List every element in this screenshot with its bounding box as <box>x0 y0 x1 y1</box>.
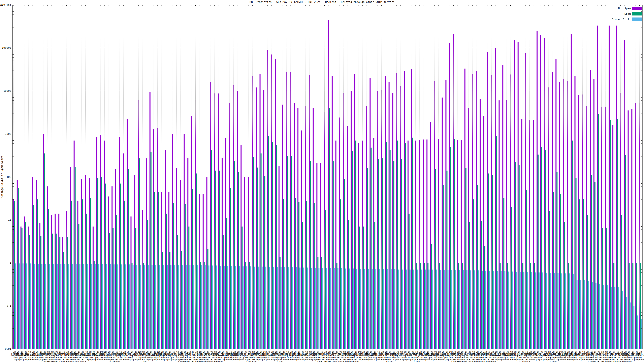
score-bar <box>451 270 452 349</box>
score-bar <box>607 285 608 349</box>
score-bar <box>140 265 141 349</box>
score-bar <box>493 271 494 349</box>
score-bar <box>155 265 156 349</box>
score-bar <box>167 265 168 349</box>
notspam-bar <box>343 93 344 349</box>
score-bar <box>383 269 384 349</box>
notspam-bar <box>631 109 632 349</box>
score-bar <box>508 272 509 349</box>
score-bar <box>550 273 551 349</box>
score-bar <box>315 268 316 349</box>
score-bar <box>470 270 471 349</box>
notspam-bar <box>108 196 109 349</box>
spam-bar <box>280 257 280 349</box>
spam-bar <box>154 192 155 349</box>
score-bar <box>250 267 251 349</box>
notspam-bar <box>590 70 591 349</box>
spam-bar <box>29 235 30 349</box>
score-bar <box>535 273 536 349</box>
spam-bar <box>363 227 364 349</box>
spam-bar <box>382 158 383 349</box>
score-bar <box>436 270 437 349</box>
score-bar <box>410 270 410 349</box>
score-bar <box>34 264 35 349</box>
notspam-bar <box>96 137 98 349</box>
spam-bar <box>587 215 588 349</box>
legend: Not Spam Spam Score (0..1) <box>612 7 642 21</box>
score-bar <box>402 270 403 349</box>
score-bar <box>231 266 232 349</box>
spam-bar <box>439 263 440 349</box>
score-bar <box>334 268 335 349</box>
spam-bar <box>120 184 121 349</box>
score-bar <box>326 268 327 349</box>
spam-bar <box>48 209 49 349</box>
spam-bar <box>25 222 26 349</box>
spam-bar <box>276 145 277 349</box>
spam-bar <box>283 199 284 349</box>
spam-bar <box>598 114 599 349</box>
score-bar <box>573 274 574 349</box>
score-bar <box>117 265 118 349</box>
spam-bar <box>356 141 356 349</box>
spam-bar <box>314 203 315 349</box>
spam-bar <box>443 185 444 349</box>
score-bar <box>60 264 62 349</box>
spam-bar <box>302 222 303 349</box>
spam-bar <box>564 222 565 349</box>
spam-bar <box>469 222 470 349</box>
y-tick-label: 1x10^{6} <box>0 3 11 6</box>
score-bar <box>239 266 240 349</box>
notspam-bar <box>191 116 192 349</box>
spam-bar <box>446 171 448 349</box>
score-bar <box>284 267 285 349</box>
score-bar <box>224 266 224 349</box>
score-bar <box>136 265 137 349</box>
score-bar <box>106 264 107 349</box>
spam-bar <box>435 169 436 349</box>
spam-bar <box>340 199 341 349</box>
spam-bar <box>215 171 216 349</box>
spam-bar <box>549 211 550 349</box>
score-bar <box>216 266 217 349</box>
score-bar <box>500 271 502 349</box>
notspam-bar <box>578 95 579 349</box>
score-bar <box>330 268 331 349</box>
score-bar <box>228 266 228 349</box>
notspam-bar <box>248 177 249 349</box>
score-bar <box>19 264 20 349</box>
spam-bar <box>484 246 486 349</box>
spam-bar <box>408 214 410 349</box>
notspam-bar <box>552 72 553 349</box>
spam-bar <box>222 235 224 349</box>
spam-bar <box>321 257 322 349</box>
notspam-bar <box>252 76 253 349</box>
notspam-bar <box>92 227 94 349</box>
notspam-bar <box>594 79 594 349</box>
legend-label-score: Score (0..1) <box>612 18 631 21</box>
score-bar <box>76 264 77 349</box>
y-axis-label: Message Count or Spam Score <box>0 156 4 198</box>
score-bar <box>554 273 555 349</box>
score-bar <box>455 270 456 349</box>
score-bar <box>79 264 80 349</box>
spam-bar <box>147 220 148 349</box>
score-bar <box>197 265 198 349</box>
spam-bar <box>78 224 79 349</box>
spam-bar <box>116 215 117 349</box>
spam-bar <box>560 194 561 349</box>
y-tick-label: 0.01 <box>5 347 11 350</box>
spam-bar <box>173 203 174 349</box>
score-bar <box>303 268 304 349</box>
spam-bar <box>591 175 592 349</box>
score-bar <box>599 284 600 349</box>
score-bar <box>637 316 638 349</box>
score-bar <box>42 264 42 349</box>
notspam-bar <box>608 25 610 349</box>
spam-bar <box>374 222 375 349</box>
spam-bar <box>298 202 300 349</box>
notspam-bar <box>563 79 564 349</box>
spam-bar <box>378 159 379 349</box>
notspam-bar <box>119 137 120 349</box>
spam-bar <box>348 220 349 349</box>
